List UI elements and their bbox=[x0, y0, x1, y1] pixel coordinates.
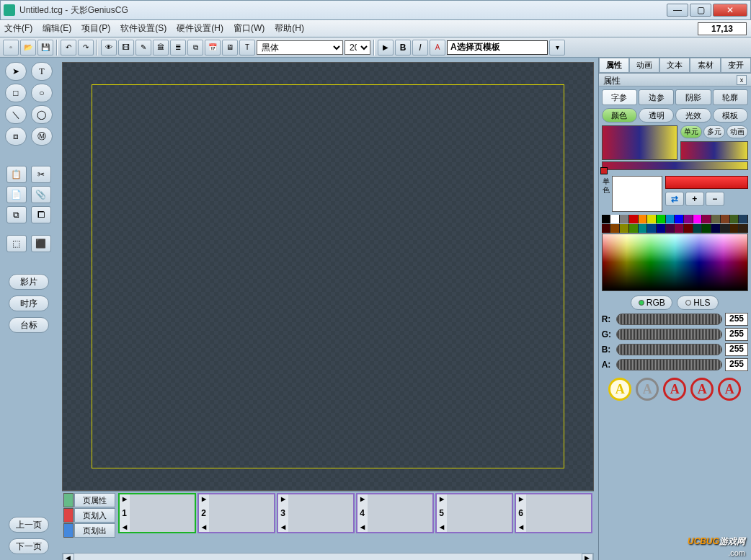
text-object-tool-icon[interactable]: T bbox=[31, 62, 53, 81]
rect-tool-icon[interactable]: □ bbox=[5, 84, 27, 102]
redo-icon[interactable]: ↷ bbox=[78, 40, 94, 55]
new-icon[interactable]: ▫ bbox=[3, 40, 19, 55]
palette-swatch[interactable] bbox=[666, 215, 675, 223]
palette-swatch[interactable] bbox=[647, 215, 657, 223]
font-select[interactable]: 黑体 bbox=[257, 40, 343, 55]
palette-swatch[interactable] bbox=[721, 224, 730, 233]
palette-swatch[interactable] bbox=[675, 224, 684, 233]
minimize-button[interactable]: — bbox=[667, 4, 688, 17]
panel-close-icon[interactable]: x bbox=[737, 75, 747, 85]
palette-swatch[interactable] bbox=[610, 224, 620, 233]
palette-swatch[interactable] bbox=[684, 215, 693, 223]
front-icon[interactable]: ⬚ bbox=[6, 235, 27, 252]
group-icon[interactable]: ⧉ bbox=[6, 206, 27, 223]
palette-swatch[interactable] bbox=[730, 215, 739, 223]
monitor-icon[interactable]: 🖥 bbox=[222, 40, 238, 55]
page-out-button[interactable]: 页划出 bbox=[74, 523, 115, 538]
canvas[interactable] bbox=[62, 62, 594, 491]
sub-tab-1[interactable]: 边参 bbox=[639, 89, 674, 105]
outline-a-icon[interactable]: A bbox=[430, 40, 445, 55]
page-template-select[interactable]: A选择页模板 bbox=[447, 40, 548, 55]
palette-swatch[interactable] bbox=[675, 215, 684, 223]
palette-swatch[interactable] bbox=[639, 224, 648, 233]
a-slider[interactable] bbox=[616, 359, 722, 370]
r-slider[interactable] bbox=[616, 314, 722, 325]
hls-mode-button[interactable]: HLS bbox=[677, 295, 719, 310]
layers-icon[interactable]: ⧉ bbox=[187, 40, 203, 55]
preview-icon[interactable]: 👁 bbox=[101, 40, 117, 55]
tl-header-blue-icon[interactable] bbox=[63, 523, 74, 538]
swap-colors-icon[interactable]: ⇄ bbox=[665, 192, 684, 206]
right-tab-1[interactable]: 动画 bbox=[629, 58, 659, 73]
mini-btn-0[interactable]: 单元 bbox=[680, 125, 702, 138]
paste-icon[interactable]: 📄 bbox=[6, 186, 27, 203]
palette-swatch[interactable] bbox=[693, 224, 703, 233]
ellipse-tool-icon[interactable]: ◯ bbox=[31, 105, 53, 124]
menu-help[interactable]: 帮助(H) bbox=[275, 22, 304, 35]
clipboard-icon[interactable]: 📎 bbox=[31, 186, 51, 203]
palette-swatch[interactable] bbox=[711, 215, 721, 223]
line-tool-icon[interactable]: ＼ bbox=[5, 105, 27, 124]
movie-button[interactable]: 影片 bbox=[9, 274, 49, 290]
timeline-button[interactable]: 时序 bbox=[9, 295, 49, 311]
gradient-preview-small[interactable] bbox=[680, 141, 748, 160]
menu-software-settings[interactable]: 软件设置(S) bbox=[120, 22, 166, 35]
sub-tab2-2[interactable]: 光效 bbox=[675, 108, 711, 123]
open-icon[interactable]: 📂 bbox=[20, 40, 36, 55]
palette-swatch[interactable] bbox=[739, 224, 748, 233]
color-spectrum[interactable] bbox=[602, 234, 748, 291]
palette-swatch[interactable] bbox=[629, 215, 639, 223]
menu-window[interactable]: 窗口(W) bbox=[234, 22, 265, 35]
right-tab-2[interactable]: 文本 bbox=[659, 58, 690, 73]
sub-tab2-1[interactable]: 透明 bbox=[639, 108, 674, 123]
cut-icon[interactable]: ✂ bbox=[31, 166, 51, 183]
palette-swatch[interactable] bbox=[657, 224, 666, 233]
menu-file[interactable]: 文件(F) bbox=[4, 22, 32, 35]
calendar-icon[interactable]: 📅 bbox=[205, 40, 221, 55]
palette-swatch[interactable] bbox=[693, 215, 703, 223]
sub-tab-3[interactable]: 轮廓 bbox=[713, 89, 748, 105]
timeline-frame[interactable]: ▶3◀ bbox=[277, 493, 355, 533]
palette-swatch[interactable] bbox=[702, 215, 711, 223]
sub-tab2-0[interactable]: 颜色 bbox=[602, 108, 637, 123]
right-tab-0[interactable]: 属性 bbox=[599, 58, 629, 73]
style-a2-icon[interactable]: A bbox=[636, 378, 659, 401]
menu-project[interactable]: 项目(P) bbox=[81, 22, 110, 35]
gradient-stops-strip[interactable] bbox=[602, 161, 748, 170]
prev-page-button[interactable]: 上一页 bbox=[9, 517, 49, 533]
station-logo-button[interactable]: 台标 bbox=[9, 317, 49, 333]
menu-edit[interactable]: 编辑(E) bbox=[43, 22, 71, 35]
close-button[interactable]: ✕ bbox=[713, 4, 747, 17]
right-tab-4[interactable]: 变开 bbox=[721, 58, 751, 73]
a-value[interactable]: 255 bbox=[725, 358, 748, 371]
palette-swatch[interactable] bbox=[702, 224, 711, 233]
undo-icon[interactable]: ↶ bbox=[61, 40, 76, 55]
mini-btn-1[interactable]: 多元 bbox=[703, 125, 725, 138]
scroll-right-icon[interactable]: ▶ bbox=[582, 554, 593, 560]
r-value[interactable]: 255 bbox=[725, 313, 748, 326]
single-color-swatch[interactable] bbox=[612, 176, 662, 212]
back-icon[interactable]: ⬛ bbox=[31, 235, 51, 252]
tl-header-red-icon[interactable] bbox=[63, 508, 74, 523]
timeline-frame[interactable]: ▶1◀ bbox=[118, 493, 196, 533]
sub-tab2-3[interactable]: 模板 bbox=[713, 108, 748, 123]
pointer-tool-icon[interactable]: ➤ bbox=[5, 62, 27, 81]
right-tab-3[interactable]: 素材 bbox=[690, 58, 720, 73]
palette-swatch[interactable] bbox=[620, 215, 629, 223]
palette-swatch[interactable] bbox=[647, 224, 657, 233]
lines-icon[interactable]: ≣ bbox=[170, 40, 186, 55]
scroll-left-icon[interactable]: ◀ bbox=[63, 554, 74, 560]
g-value[interactable]: 255 bbox=[725, 328, 748, 341]
remove-color-button[interactable]: − bbox=[706, 192, 724, 206]
next-page-button[interactable]: 下一页 bbox=[9, 538, 49, 554]
timeline-frame[interactable]: ▶5◀ bbox=[435, 493, 513, 533]
palette-swatch[interactable] bbox=[721, 215, 730, 223]
palette-swatch[interactable] bbox=[602, 224, 611, 233]
film-icon[interactable]: 🎞 bbox=[118, 40, 134, 55]
timeline-frame[interactable]: ▶6◀ bbox=[515, 493, 592, 533]
g-slider[interactable] bbox=[616, 329, 722, 340]
add-color-button[interactable]: + bbox=[685, 192, 704, 206]
palette-swatch[interactable] bbox=[684, 224, 693, 233]
play-icon[interactable]: ▶ bbox=[378, 40, 394, 55]
circle-tool-icon[interactable]: ○ bbox=[31, 84, 53, 102]
